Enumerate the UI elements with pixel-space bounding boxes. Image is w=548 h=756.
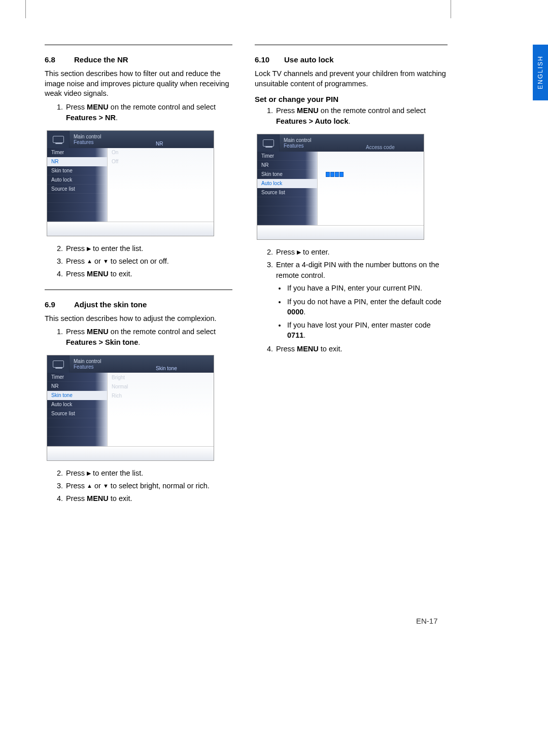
menu-item: Source list <box>257 188 317 197</box>
menu-title: Main control <box>74 358 153 364</box>
menu-title: Main control <box>74 134 153 139</box>
tv-icon <box>47 355 70 373</box>
right-arrow-icon: ▶ <box>87 245 91 253</box>
crop-mark <box>25 0 26 18</box>
heading-num: 6.10 <box>255 55 273 64</box>
rule <box>45 290 232 290</box>
intro-6-8: This section describes how to filter out… <box>45 69 232 99</box>
menu-option: Bright <box>108 373 214 382</box>
menu-screenshot-nr: Main control Features NR TimerNRSkin ton… <box>47 130 214 236</box>
menu-item: Auto lock <box>47 400 107 409</box>
menu-right-panel: BrightNormalRich <box>107 373 214 446</box>
menu-subtitle: Features <box>74 139 153 145</box>
menu-item: Timer <box>47 373 107 382</box>
step: Press ▲ or ▼ to select bright, normal or… <box>65 481 232 491</box>
step: Press MENU on the remote control and sel… <box>65 102 232 123</box>
bullet: If you have a PIN, enter your current PI… <box>286 283 448 293</box>
pin-digit <box>335 172 339 177</box>
down-arrow-icon: ▼ <box>103 258 109 266</box>
menu-subtitle: Features <box>284 143 363 149</box>
steps-6-10-cont: Press ▶ to enter. Enter a 4-digit PIN wi… <box>255 247 448 354</box>
subheading-pin: Set or change your PIN <box>255 95 448 103</box>
steps-6-8: Press MENU on the remote control and sel… <box>45 102 232 123</box>
step: Press MENU to exit. <box>275 344 448 354</box>
up-arrow-icon: ▲ <box>87 482 92 490</box>
step: Press MENU to exit. <box>65 493 232 504</box>
menu-item: Timer <box>47 148 107 157</box>
heading-title: Reduce the NR <box>74 55 128 64</box>
step: Press MENU on the remote control and sel… <box>275 105 448 127</box>
menu-item: Skin tone <box>47 166 107 175</box>
step: Press ▶ to enter. <box>275 247 448 258</box>
menu-screenshot-skintone: Main control Features Skin tone TimerNRS… <box>47 355 214 461</box>
steps-6-9: Press MENU on the remote control and sel… <box>45 327 232 348</box>
menu-option: Normal <box>108 382 214 391</box>
menu-subtitle: Features <box>74 364 153 370</box>
step: Press MENU to exit. <box>65 269 232 279</box>
menu-option: Rich <box>108 391 214 400</box>
rule <box>45 45 232 45</box>
menu-right-title: NR <box>153 131 214 148</box>
right-arrow-icon: ▶ <box>87 470 91 478</box>
menu-left-list: TimerNRSkin toneAuto lockSource list <box>47 148 107 222</box>
right-arrow-icon: ▶ <box>297 248 301 257</box>
pin-digit <box>326 172 330 177</box>
step: Enter a 4-digit PIN with the number butt… <box>275 260 448 341</box>
menu-left-list: TimerNRSkin toneAuto lockSource list <box>257 152 317 225</box>
menu-item: Skin tone <box>257 170 317 179</box>
steps-6-8-cont: Press ▶ to enter the list. Press ▲ or ▼ … <box>45 243 232 279</box>
intro-6-9: This section describes how to adjust the… <box>45 314 232 324</box>
tv-icon <box>47 131 70 148</box>
menu-item: Auto lock <box>47 175 107 185</box>
menu-item: Skin tone <box>47 391 107 400</box>
menu-item: NR <box>257 161 317 170</box>
bullets-pin: If you have a PIN, enter your current PI… <box>276 283 448 340</box>
language-tab: ENGLISH <box>533 45 548 100</box>
menu-right-panel: OnOff <box>107 148 214 222</box>
menu-screenshot-autolock: Main control Features Access code TimerN… <box>257 134 424 240</box>
pin-entry <box>318 170 424 179</box>
menu-item: NR <box>47 382 107 391</box>
steps-6-9-cont: Press ▶ to enter the list. Press ▲ or ▼ … <box>45 468 232 504</box>
step: Press ▶ to enter the list. <box>65 468 232 479</box>
menu-right-title: Access code <box>363 134 424 152</box>
menu-item: Source list <box>47 409 107 418</box>
heading-6-9: 6.9 Adjust the skin tone <box>45 300 232 309</box>
heading-6-10: 6.10 Use auto lock <box>255 55 448 64</box>
menu-footer <box>257 225 424 239</box>
heading-num: 6.8 <box>45 55 63 64</box>
menu-footer <box>47 446 214 460</box>
up-arrow-icon: ▲ <box>87 258 92 266</box>
menu-footer <box>47 222 214 236</box>
rule <box>255 45 448 45</box>
menu-option: On <box>108 148 214 157</box>
menu-title: Main control <box>284 137 363 143</box>
down-arrow-icon: ▼ <box>103 482 109 490</box>
heading-6-8: 6.8 Reduce the NR <box>45 55 232 64</box>
heading-num: 6.9 <box>45 300 63 309</box>
step: Press MENU on the remote control and sel… <box>65 327 232 348</box>
bullet: If you do not have a PIN, enter the defa… <box>286 297 448 317</box>
pin-digit <box>339 172 344 177</box>
intro-6-10: Lock TV channels and prevent your childr… <box>255 69 448 89</box>
tv-icon <box>257 134 280 152</box>
heading-title: Use auto lock <box>284 55 334 64</box>
step: Press ▲ or ▼ to select on or off. <box>65 256 232 267</box>
page-number: EN-17 <box>416 617 438 625</box>
bullet: If you have lost your PIN, enter master … <box>286 320 448 341</box>
heading-title: Adjust the skin tone <box>74 300 147 309</box>
menu-item: Source list <box>47 185 107 194</box>
step: Press ▶ to enter the list. <box>65 243 232 254</box>
menu-option: Off <box>108 157 214 166</box>
menu-item: Auto lock <box>257 179 317 188</box>
pin-digit <box>330 172 334 177</box>
menu-item: Timer <box>257 152 317 161</box>
menu-left-list: TimerNRSkin toneAuto lockSource list <box>47 373 107 446</box>
menu-right-panel <box>317 152 424 225</box>
menu-item: NR <box>47 157 107 166</box>
steps-6-10: Press MENU on the remote control and sel… <box>255 105 448 127</box>
menu-right-title: Skin tone <box>153 355 214 373</box>
